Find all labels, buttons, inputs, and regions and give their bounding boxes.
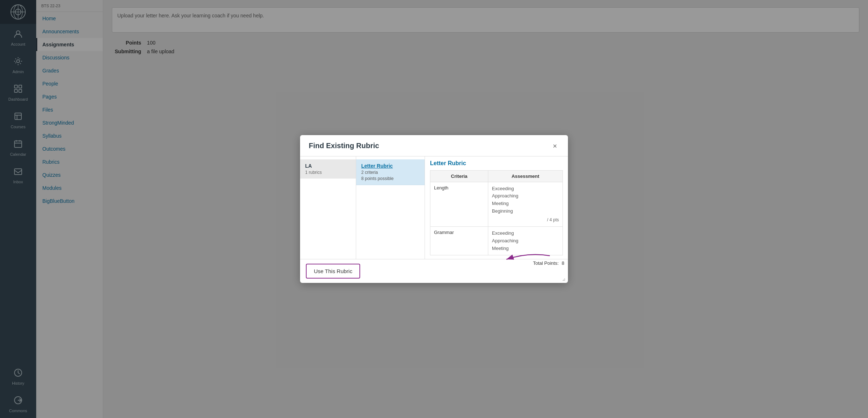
rubric-points-possible: 8 points possible: [361, 176, 420, 181]
total-points-label: Total Points:: [533, 260, 559, 266]
rubric-criteria-grammar: Grammar: [430, 226, 488, 255]
rubric-assessment-length: Exceeding Approaching Meeting Beginning …: [488, 182, 563, 226]
assessment-meeting-1: Meeting: [492, 200, 559, 208]
modal-header: Find Existing Rubric ×: [300, 135, 568, 156]
rubric-table-header-criteria: Criteria: [430, 170, 488, 182]
total-points-value: 8: [562, 260, 564, 266]
rubric-name: Letter Rubric: [361, 163, 420, 169]
rubric-pts-length: / 4 pts: [492, 217, 559, 223]
rubric-category-col: LA 1 rubrics: [300, 156, 356, 259]
rubric-list-col: Letter Rubric 2 criteria 8 points possib…: [356, 156, 425, 259]
assessment-approaching-1: Approaching: [492, 192, 559, 200]
rubric-detail-title: Letter Rubric: [430, 160, 563, 167]
rubric-table-row-grammar: Grammar Exceeding Approaching Meeting: [430, 226, 563, 255]
rubric-detail-table: Criteria Assessment Length Exceeding App…: [430, 170, 563, 256]
modal-footer: Use This Rubric Total Points: 8: [300, 259, 568, 283]
modal-body: LA 1 rubrics Letter Rubric 2 criteria 8 …: [300, 156, 568, 259]
rubric-criteria-count: 2 criteria: [361, 170, 420, 175]
assessment-exceeding-2: Exceeding: [492, 230, 559, 237]
total-points-area: Total Points: 8: [533, 260, 564, 266]
assessment-approaching-2: Approaching: [492, 237, 559, 245]
rubric-category-item-la[interactable]: LA 1 rubrics: [300, 159, 356, 179]
rubric-criteria-length: Length: [430, 182, 488, 226]
assessment-beginning-1: Beginning: [492, 208, 559, 215]
assessment-meeting-2: Meeting: [492, 245, 559, 252]
modal-title: Find Existing Rubric: [309, 142, 379, 150]
rubric-detail-col: Letter Rubric Criteria Assessment Length…: [425, 156, 568, 259]
assessment-exceeding-1: Exceeding: [492, 185, 559, 193]
find-rubric-modal: Find Existing Rubric × LA 1 rubrics Lett…: [300, 135, 568, 283]
rubric-assessment-grammar: Exceeding Approaching Meeting: [488, 226, 563, 255]
modal-resize-handle[interactable]: ⊿: [562, 277, 566, 281]
rubric-table-header-assessment: Assessment: [488, 170, 563, 182]
rubric-category-label: LA: [305, 163, 351, 169]
rubric-table-row-length: Length Exceeding Approaching Meeting Beg…: [430, 182, 563, 226]
rubric-list-item-letter[interactable]: Letter Rubric 2 criteria 8 points possib…: [356, 159, 425, 185]
modal-close-button[interactable]: ×: [551, 142, 559, 150]
use-rubric-button[interactable]: Use This Rubric: [306, 264, 360, 279]
rubric-category-count: 1 rubrics: [305, 170, 351, 175]
modal-backdrop[interactable]: Find Existing Rubric × LA 1 rubrics Lett…: [0, 0, 868, 418]
